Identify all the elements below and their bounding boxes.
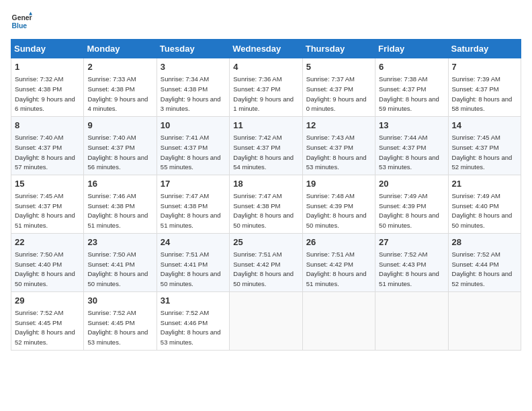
day-info: Sunrise: 7:52 AMSunset: 4:43 PMDaylight:… xyxy=(379,250,439,287)
day-number: 31 xyxy=(161,295,226,307)
day-number: 27 xyxy=(379,236,444,248)
calendar-cell xyxy=(448,291,521,350)
calendar-cell: 3 Sunrise: 7:34 AMSunset: 4:38 PMDayligh… xyxy=(157,58,229,117)
calendar-cell xyxy=(230,291,302,350)
day-info: Sunrise: 7:45 AMSunset: 4:37 PMDaylight:… xyxy=(452,134,513,171)
calendar-cell: 11 Sunrise: 7:42 AMSunset: 4:37 PMDaylig… xyxy=(230,116,302,175)
calendar-cell xyxy=(302,291,375,350)
day-number: 5 xyxy=(306,61,371,73)
day-info: Sunrise: 7:43 AMSunset: 4:37 PMDaylight:… xyxy=(306,134,367,171)
day-info: Sunrise: 7:50 AMSunset: 4:41 PMDaylight:… xyxy=(87,250,148,287)
day-number: 14 xyxy=(452,120,517,132)
day-number: 21 xyxy=(452,178,517,190)
day-info: Sunrise: 7:40 AMSunset: 4:37 PMDaylight:… xyxy=(15,134,75,171)
day-info: Sunrise: 7:52 AMSunset: 4:46 PMDaylight:… xyxy=(161,309,221,346)
day-number: 23 xyxy=(87,236,152,248)
calendar-cell: 14 Sunrise: 7:45 AMSunset: 4:37 PMDaylig… xyxy=(448,116,521,175)
day-info: Sunrise: 7:50 AMSunset: 4:40 PMDaylight:… xyxy=(15,250,75,287)
day-number: 20 xyxy=(379,178,444,190)
day-number: 12 xyxy=(306,120,371,132)
day-info: Sunrise: 7:52 AMSunset: 4:44 PMDaylight:… xyxy=(452,250,513,287)
calendar-cell: 28 Sunrise: 7:52 AMSunset: 4:44 PMDaylig… xyxy=(448,233,521,291)
day-number: 10 xyxy=(161,120,226,132)
calendar-cell: 18 Sunrise: 7:47 AMSunset: 4:38 PMDaylig… xyxy=(230,175,302,233)
day-info: Sunrise: 7:41 AMSunset: 4:37 PMDaylight:… xyxy=(161,134,221,171)
day-info: Sunrise: 7:37 AMSunset: 4:37 PMDaylight:… xyxy=(306,75,367,112)
day-info: Sunrise: 7:49 AMSunset: 4:39 PMDaylight:… xyxy=(379,192,439,229)
calendar-cell: 4 Sunrise: 7:36 AMSunset: 4:37 PMDayligh… xyxy=(230,58,302,117)
day-number: 28 xyxy=(452,236,517,248)
day-info: Sunrise: 7:47 AMSunset: 4:38 PMDaylight:… xyxy=(161,192,221,229)
day-info: Sunrise: 7:49 AMSunset: 4:40 PMDaylight:… xyxy=(452,192,513,229)
day-number: 25 xyxy=(233,236,298,248)
day-number: 19 xyxy=(306,178,371,190)
day-info: Sunrise: 7:40 AMSunset: 4:37 PMDaylight:… xyxy=(87,134,148,171)
day-info: Sunrise: 7:48 AMSunset: 4:39 PMDaylight:… xyxy=(306,192,367,229)
day-info: Sunrise: 7:51 AMSunset: 4:42 PMDaylight:… xyxy=(306,250,367,287)
day-number: 1 xyxy=(15,61,80,73)
day-number: 2 xyxy=(87,61,152,73)
calendar-cell: 23 Sunrise: 7:50 AMSunset: 4:41 PMDaylig… xyxy=(84,233,157,291)
calendar-cell: 26 Sunrise: 7:51 AMSunset: 4:42 PMDaylig… xyxy=(302,233,375,291)
calendar-cell: 10 Sunrise: 7:41 AMSunset: 4:37 PMDaylig… xyxy=(157,116,229,175)
calendar-cell: 12 Sunrise: 7:43 AMSunset: 4:37 PMDaylig… xyxy=(302,116,375,175)
calendar-cell: 17 Sunrise: 7:47 AMSunset: 4:38 PMDaylig… xyxy=(157,175,229,233)
calendar-cell: 30 Sunrise: 7:52 AMSunset: 4:45 PMDaylig… xyxy=(84,291,157,350)
weekday-header: Thursday xyxy=(302,40,375,58)
calendar-cell: 27 Sunrise: 7:52 AMSunset: 4:43 PMDaylig… xyxy=(375,233,448,291)
day-number: 24 xyxy=(161,236,226,248)
day-info: Sunrise: 7:52 AMSunset: 4:45 PMDaylight:… xyxy=(87,309,148,346)
day-number: 9 xyxy=(87,120,152,132)
calendar-cell: 13 Sunrise: 7:44 AMSunset: 4:37 PMDaylig… xyxy=(375,116,448,175)
day-number: 6 xyxy=(379,61,444,73)
calendar-cell: 20 Sunrise: 7:49 AMSunset: 4:39 PMDaylig… xyxy=(375,175,448,233)
day-number: 4 xyxy=(233,61,298,73)
calendar-cell: 2 Sunrise: 7:33 AMSunset: 4:38 PMDayligh… xyxy=(84,58,157,117)
day-info: Sunrise: 7:39 AMSunset: 4:37 PMDaylight:… xyxy=(452,75,513,112)
day-number: 11 xyxy=(233,120,298,132)
weekday-header: Wednesday xyxy=(230,40,302,58)
calendar-cell: 21 Sunrise: 7:49 AMSunset: 4:40 PMDaylig… xyxy=(448,175,521,233)
logo-icon: General Blue xyxy=(11,11,32,32)
calendar-cell: 22 Sunrise: 7:50 AMSunset: 4:40 PMDaylig… xyxy=(11,233,84,291)
weekday-header: Saturday xyxy=(448,40,521,58)
calendar-cell xyxy=(375,291,448,350)
calendar-cell: 25 Sunrise: 7:51 AMSunset: 4:42 PMDaylig… xyxy=(230,233,302,291)
calendar-table: SundayMondayTuesdayWednesdayThursdayFrid… xyxy=(11,39,521,351)
day-info: Sunrise: 7:44 AMSunset: 4:37 PMDaylight:… xyxy=(379,134,439,171)
day-info: Sunrise: 7:33 AMSunset: 4:38 PMDaylight:… xyxy=(87,75,148,112)
day-info: Sunrise: 7:38 AMSunset: 4:37 PMDaylight:… xyxy=(379,75,439,112)
svg-text:General: General xyxy=(12,14,32,21)
day-number: 18 xyxy=(233,178,298,190)
page-header: General Blue xyxy=(11,11,521,32)
weekday-header: Monday xyxy=(84,40,157,58)
day-number: 22 xyxy=(15,236,80,248)
day-number: 16 xyxy=(87,178,152,190)
calendar-cell: 29 Sunrise: 7:52 AMSunset: 4:45 PMDaylig… xyxy=(11,291,84,350)
day-info: Sunrise: 7:34 AMSunset: 4:38 PMDaylight:… xyxy=(161,75,221,112)
day-info: Sunrise: 7:32 AMSunset: 4:38 PMDaylight:… xyxy=(15,75,75,112)
weekday-header: Friday xyxy=(375,40,448,58)
day-number: 15 xyxy=(15,178,80,190)
logo: General Blue xyxy=(11,11,32,32)
day-info: Sunrise: 7:46 AMSunset: 4:38 PMDaylight:… xyxy=(87,192,148,229)
weekday-header: Sunday xyxy=(11,40,84,58)
calendar-cell: 15 Sunrise: 7:45 AMSunset: 4:37 PMDaylig… xyxy=(11,175,84,233)
day-number: 30 xyxy=(87,295,152,307)
day-info: Sunrise: 7:45 AMSunset: 4:37 PMDaylight:… xyxy=(15,192,75,229)
calendar-cell: 31 Sunrise: 7:52 AMSunset: 4:46 PMDaylig… xyxy=(157,291,229,350)
calendar-cell: 24 Sunrise: 7:51 AMSunset: 4:41 PMDaylig… xyxy=(157,233,229,291)
day-info: Sunrise: 7:47 AMSunset: 4:38 PMDaylight:… xyxy=(233,192,294,229)
weekday-header: Tuesday xyxy=(157,40,229,58)
day-number: 17 xyxy=(161,178,226,190)
calendar-cell: 6 Sunrise: 7:38 AMSunset: 4:37 PMDayligh… xyxy=(375,58,448,117)
day-number: 8 xyxy=(15,120,80,132)
day-info: Sunrise: 7:36 AMSunset: 4:37 PMDaylight:… xyxy=(233,75,294,112)
day-number: 13 xyxy=(379,120,444,132)
day-info: Sunrise: 7:52 AMSunset: 4:45 PMDaylight:… xyxy=(15,309,75,346)
day-number: 7 xyxy=(452,61,517,73)
calendar-cell: 9 Sunrise: 7:40 AMSunset: 4:37 PMDayligh… xyxy=(84,116,157,175)
day-number: 26 xyxy=(306,236,371,248)
svg-text:Blue: Blue xyxy=(12,22,28,30)
calendar-cell: 5 Sunrise: 7:37 AMSunset: 4:37 PMDayligh… xyxy=(302,58,375,117)
